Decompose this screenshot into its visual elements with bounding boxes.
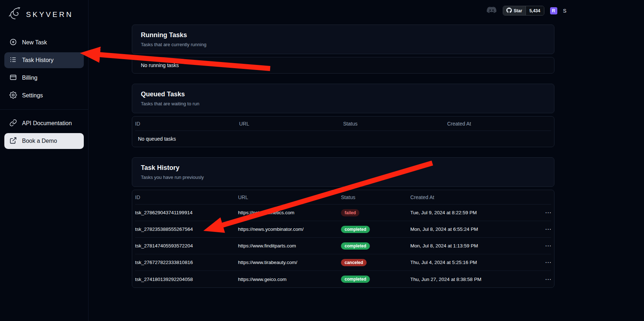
task-actions-cell: ⋯ xyxy=(537,259,551,265)
task-created-at: Tue, Jul 9, 2024 at 8:22:59 PM xyxy=(410,210,537,215)
sidebar-item-label: API Documentation xyxy=(22,120,72,127)
task-status-cell: canceled xyxy=(341,259,410,266)
task-id: tsk_278629043741199914 xyxy=(135,210,238,215)
sidebar-item-api-documentation[interactable]: API Documentation xyxy=(4,115,84,131)
section-title: Queued Tasks xyxy=(141,91,545,98)
sidebar-divider xyxy=(0,109,88,110)
list-icon xyxy=(9,56,17,65)
status-badge: completed xyxy=(341,242,370,250)
queued-tasks-header: Queued Tasks Tasks that are waiting to r… xyxy=(132,84,554,113)
external-link-icon xyxy=(9,137,17,146)
task-created-at: Thu, Jun 27, 2024 at 8:38:58 PM xyxy=(410,277,537,282)
task-status-cell: completed xyxy=(341,276,410,283)
github-star-count[interactable]: 5,434 xyxy=(526,6,544,15)
section-subtitle: Tasks that are waiting to run xyxy=(141,101,545,106)
running-tasks-body: No running tasks xyxy=(132,57,554,74)
task-created-at: Thu, Jul 4, 2024 at 5:25:16 PM xyxy=(410,260,537,265)
link-icon xyxy=(9,119,17,128)
column-header-id: ID xyxy=(135,194,238,200)
sidebar: SKYVERN New Task Task History Billing Se… xyxy=(0,0,88,321)
task-actions-cell: ⋯ xyxy=(537,276,551,282)
column-header-created-at: Created At xyxy=(447,121,551,127)
row-actions-button[interactable]: ⋯ xyxy=(545,259,551,265)
task-actions-cell: ⋯ xyxy=(537,243,551,249)
task-status-cell: completed xyxy=(341,226,410,233)
sidebar-item-label: Settings xyxy=(22,92,43,99)
status-badge: canceled xyxy=(341,259,367,266)
table-header-row: ID URL Status Created At xyxy=(135,190,551,205)
logo-text: SKYVERN xyxy=(26,10,73,19)
row-actions-button[interactable]: ⋯ xyxy=(545,243,551,249)
avatar[interactable]: R xyxy=(550,7,557,14)
sidebar-item-book-a-demo[interactable]: Book a Demo xyxy=(4,133,84,149)
main-content: Running Tasks Tasks that are currently r… xyxy=(88,0,644,321)
task-url: https://www.finditparts.com xyxy=(238,243,341,249)
task-actions-cell: ⋯ xyxy=(537,226,551,232)
task-status-cell: failed xyxy=(341,209,410,216)
task-id: tsk_274180139292204058 xyxy=(135,277,238,282)
column-header-status: Status xyxy=(341,194,410,200)
github-star-segment[interactable]: Star xyxy=(503,6,526,15)
credit-card-icon xyxy=(9,74,17,83)
table-row[interactable]: tsk_278147405593572204 https://www.findi… xyxy=(135,238,551,254)
table-header-row: ID URL Status Created At xyxy=(135,116,551,131)
sidebar-item-new-task[interactable]: New Task xyxy=(4,35,84,50)
task-id: tsk_278235388555267564 xyxy=(135,227,238,232)
task-url: https://www.tirabeauty.com/ xyxy=(238,260,341,265)
task-url: https://notecosmetics.com xyxy=(238,210,341,215)
column-header-id: ID xyxy=(135,121,239,127)
task-history-section: Task History Tasks you have run previous… xyxy=(132,157,554,288)
sidebar-item-task-history[interactable]: Task History xyxy=(4,52,84,68)
column-header-created-at: Created At xyxy=(410,194,537,200)
plus-circle-icon xyxy=(9,38,17,47)
user-label-partial: S xyxy=(563,8,566,14)
section-title: Running Tasks xyxy=(141,31,545,39)
status-badge: completed xyxy=(341,276,370,283)
discord-icon[interactable] xyxy=(486,6,497,15)
task-id: tsk_276727822333810816 xyxy=(135,260,238,265)
skyvern-logo[interactable]: SKYVERN xyxy=(0,4,88,28)
column-header-url: URL xyxy=(238,194,341,200)
status-badge: failed xyxy=(341,209,359,216)
row-actions-button[interactable]: ⋯ xyxy=(545,210,551,216)
dragon-logo-icon xyxy=(7,6,23,23)
github-icon xyxy=(506,8,512,14)
section-subtitle: Tasks that are currently running xyxy=(141,42,545,47)
column-header-url: URL xyxy=(239,121,343,127)
table-row[interactable]: tsk_274180139292204058 https://www.geico… xyxy=(135,271,551,287)
sidebar-item-label: New Task xyxy=(22,39,47,46)
row-actions-button[interactable]: ⋯ xyxy=(545,226,551,232)
task-status-cell: completed xyxy=(341,242,410,250)
sidebar-item-label: Task History xyxy=(22,57,53,63)
queued-tasks-empty-text: No queued tasks xyxy=(135,131,551,147)
running-tasks-empty-text: No running tasks xyxy=(132,57,554,73)
table-row[interactable]: tsk_276727822333810816 https://www.tirab… xyxy=(135,254,551,271)
task-history-table: ID URL Status Created At tsk_27862904374… xyxy=(132,190,554,288)
task-created-at: Mon, Jul 8, 2024 at 6:55:24 PM xyxy=(410,227,537,232)
sidebar-item-billing[interactable]: Billing xyxy=(4,70,84,86)
gear-icon xyxy=(9,91,17,100)
running-tasks-section: Running Tasks Tasks that are currently r… xyxy=(132,25,554,74)
queued-tasks-table: ID URL Status Created At No queued tasks xyxy=(132,116,554,147)
column-header-status: Status xyxy=(343,121,447,127)
table-row[interactable]: tsk_278629043741199914 https://notecosme… xyxy=(135,205,551,221)
sidebar-item-label: Book a Demo xyxy=(22,138,57,144)
sidebar-item-label: Billing xyxy=(22,75,38,81)
sidebar-nav: New Task Task History Billing Settings xyxy=(0,35,88,149)
task-created-at: Mon, Jul 8, 2024 at 1:13:59 PM xyxy=(410,243,537,249)
running-tasks-header: Running Tasks Tasks that are currently r… xyxy=(132,25,554,54)
github-star-label: Star xyxy=(514,8,522,13)
table-row[interactable]: tsk_278235388555267564 https://news.ycom… xyxy=(135,221,551,238)
task-actions-cell: ⋯ xyxy=(537,210,551,216)
task-url: https://www.geico.com xyxy=(238,277,341,282)
queued-tasks-section: Queued Tasks Tasks that are waiting to r… xyxy=(132,84,554,147)
status-badge: completed xyxy=(341,226,370,233)
topbar: Star 5,434 R S xyxy=(486,6,566,16)
section-title: Task History xyxy=(141,164,545,172)
row-actions-button[interactable]: ⋯ xyxy=(545,276,551,282)
github-star-button[interactable]: Star 5,434 xyxy=(503,6,544,16)
sidebar-item-settings[interactable]: Settings xyxy=(4,88,84,104)
task-history-header: Task History Tasks you have run previous… xyxy=(132,157,554,187)
task-url: https://news.ycombinator.com/ xyxy=(238,227,341,232)
task-id: tsk_278147405593572204 xyxy=(135,243,238,249)
